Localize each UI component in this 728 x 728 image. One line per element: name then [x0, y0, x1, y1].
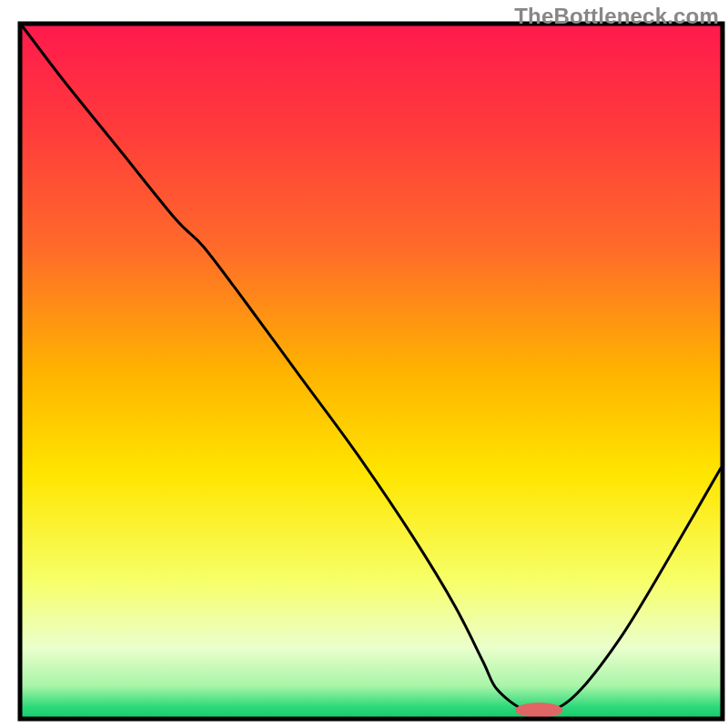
optimum-marker [515, 703, 562, 718]
chart-stage: TheBottleneck.com [0, 0, 728, 728]
gradient-background [22, 25, 721, 717]
bottleneck-chart [0, 0, 728, 728]
attribution-text: TheBottleneck.com [514, 4, 719, 29]
plot-area [20, 24, 723, 719]
